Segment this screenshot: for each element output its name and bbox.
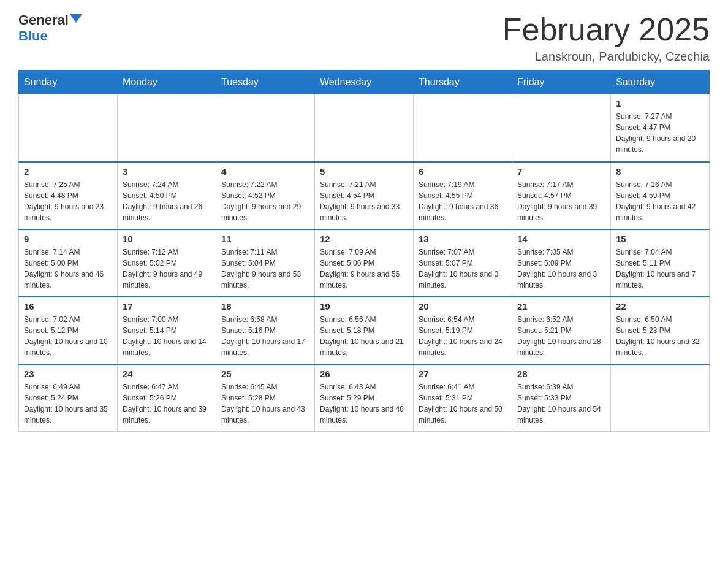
calendar-week-row: 9Sunrise: 7:14 AM Sunset: 5:00 PM Daylig… [19,229,710,297]
day-number: 18 [221,301,309,312]
weekday-header-saturday: Saturday [611,71,710,94]
day-info: Sunrise: 6:43 AM Sunset: 5:29 PM Dayligh… [320,381,408,426]
day-info: Sunrise: 7:25 AM Sunset: 4:48 PM Dayligh… [24,179,112,223]
calendar-cell: 27Sunrise: 6:41 AM Sunset: 5:31 PM Dayli… [414,364,512,432]
day-number: 6 [419,166,507,177]
calendar-cell: 14Sunrise: 7:05 AM Sunset: 5:09 PM Dayli… [512,229,611,297]
day-number: 19 [320,301,408,312]
day-number: 3 [123,166,211,177]
calendar-week-row: 23Sunrise: 6:49 AM Sunset: 5:24 PM Dayli… [19,364,710,432]
day-info: Sunrise: 7:27 AM Sunset: 4:47 PM Dayligh… [616,111,704,155]
day-info: Sunrise: 6:47 AM Sunset: 5:26 PM Dayligh… [123,381,211,426]
calendar-cell: 26Sunrise: 6:43 AM Sunset: 5:29 PM Dayli… [315,364,414,432]
calendar-cell: 2Sunrise: 7:25 AM Sunset: 4:48 PM Daylig… [19,162,118,229]
day-info: Sunrise: 7:09 AM Sunset: 5:06 PM Dayligh… [320,247,408,291]
day-info: Sunrise: 7:21 AM Sunset: 4:54 PM Dayligh… [320,179,408,223]
day-info: Sunrise: 7:00 AM Sunset: 5:14 PM Dayligh… [123,314,211,358]
calendar-week-row: 2Sunrise: 7:25 AM Sunset: 4:48 PM Daylig… [19,162,710,229]
day-number: 4 [221,166,309,177]
calendar-cell: 6Sunrise: 7:19 AM Sunset: 4:55 PM Daylig… [414,162,512,229]
day-info: Sunrise: 7:17 AM Sunset: 4:57 PM Dayligh… [517,179,605,223]
weekday-header-thursday: Thursday [414,71,512,94]
day-info: Sunrise: 7:22 AM Sunset: 4:52 PM Dayligh… [221,179,309,223]
calendar-cell: 21Sunrise: 6:52 AM Sunset: 5:21 PM Dayli… [512,297,611,364]
weekday-header-tuesday: Tuesday [216,71,315,94]
calendar-week-row: 1Sunrise: 7:27 AM Sunset: 4:47 PM Daylig… [19,94,710,162]
day-info: Sunrise: 7:14 AM Sunset: 5:00 PM Dayligh… [24,247,112,291]
calendar-cell: 25Sunrise: 6:45 AM Sunset: 5:28 PM Dayli… [216,364,315,432]
logo-text-general: General [18,12,69,28]
day-info: Sunrise: 6:50 AM Sunset: 5:23 PM Dayligh… [616,314,704,358]
day-number: 8 [616,166,704,177]
month-title: February 2025 [502,12,710,47]
day-number: 20 [419,301,507,312]
calendar-cell: 7Sunrise: 7:17 AM Sunset: 4:57 PM Daylig… [512,162,611,229]
calendar-cell: 1Sunrise: 7:27 AM Sunset: 4:47 PM Daylig… [611,94,710,162]
day-info: Sunrise: 6:54 AM Sunset: 5:19 PM Dayligh… [419,314,507,358]
day-number: 25 [221,369,309,379]
day-info: Sunrise: 6:39 AM Sunset: 5:33 PM Dayligh… [517,381,605,426]
day-number: 28 [517,369,605,379]
calendar-cell: 19Sunrise: 6:56 AM Sunset: 5:18 PM Dayli… [315,297,414,364]
day-number: 10 [123,234,211,244]
calendar-cell: 4Sunrise: 7:22 AM Sunset: 4:52 PM Daylig… [216,162,315,229]
calendar-cell: 24Sunrise: 6:47 AM Sunset: 5:26 PM Dayli… [118,364,216,432]
day-info: Sunrise: 7:05 AM Sunset: 5:09 PM Dayligh… [517,247,605,291]
day-info: Sunrise: 7:16 AM Sunset: 4:59 PM Dayligh… [616,179,704,223]
calendar-cell: 3Sunrise: 7:24 AM Sunset: 4:50 PM Daylig… [118,162,216,229]
day-number: 17 [123,301,211,312]
calendar-header-row: SundayMondayTuesdayWednesdayThursdayFrid… [19,71,710,94]
day-info: Sunrise: 6:52 AM Sunset: 5:21 PM Dayligh… [517,314,605,358]
calendar-cell: 22Sunrise: 6:50 AM Sunset: 5:23 PM Dayli… [611,297,710,364]
weekday-header-friday: Friday [512,71,611,94]
calendar-cell: 8Sunrise: 7:16 AM Sunset: 4:59 PM Daylig… [611,162,710,229]
day-number: 21 [517,301,605,312]
day-number: 14 [517,234,605,244]
calendar-cell [216,94,315,162]
day-number: 24 [123,369,211,379]
day-number: 22 [616,301,704,312]
day-number: 9 [24,234,112,244]
day-number: 12 [320,234,408,244]
day-number: 2 [24,166,112,177]
day-number: 26 [320,369,408,379]
day-info: Sunrise: 7:19 AM Sunset: 4:55 PM Dayligh… [419,179,507,223]
day-number: 15 [616,234,704,244]
logo-text-blue: Blue [18,28,48,44]
logo-triangle-icon [70,14,82,23]
calendar-cell [512,94,611,162]
day-number: 1 [616,98,704,109]
day-info: Sunrise: 7:12 AM Sunset: 5:02 PM Dayligh… [123,247,211,291]
calendar-cell: 12Sunrise: 7:09 AM Sunset: 5:06 PM Dayli… [315,229,414,297]
calendar-cell: 17Sunrise: 7:00 AM Sunset: 5:14 PM Dayli… [118,297,216,364]
title-area: February 2025 Lanskroun, Pardubicky, Cze… [502,12,710,64]
day-info: Sunrise: 6:49 AM Sunset: 5:24 PM Dayligh… [24,381,112,426]
day-number: 23 [24,369,112,379]
calendar-cell [315,94,414,162]
calendar-cell [414,94,512,162]
day-info: Sunrise: 6:58 AM Sunset: 5:16 PM Dayligh… [221,314,309,358]
calendar-cell: 23Sunrise: 6:49 AM Sunset: 5:24 PM Dayli… [19,364,118,432]
page-header: General Blue February 2025 Lanskroun, Pa… [18,12,710,64]
logo: General Blue [18,12,82,44]
calendar-cell: 5Sunrise: 7:21 AM Sunset: 4:54 PM Daylig… [315,162,414,229]
calendar-cell: 13Sunrise: 7:07 AM Sunset: 5:07 PM Dayli… [414,229,512,297]
weekday-header-sunday: Sunday [19,71,118,94]
calendar-cell: 10Sunrise: 7:12 AM Sunset: 5:02 PM Dayli… [118,229,216,297]
weekday-header-wednesday: Wednesday [315,71,414,94]
calendar-cell: 20Sunrise: 6:54 AM Sunset: 5:19 PM Dayli… [414,297,512,364]
day-info: Sunrise: 7:02 AM Sunset: 5:12 PM Dayligh… [24,314,112,358]
calendar-week-row: 16Sunrise: 7:02 AM Sunset: 5:12 PM Dayli… [19,297,710,364]
location-subtitle: Lanskroun, Pardubicky, Czechia [502,50,710,64]
day-info: Sunrise: 6:41 AM Sunset: 5:31 PM Dayligh… [419,381,507,426]
calendar-cell: 18Sunrise: 6:58 AM Sunset: 5:16 PM Dayli… [216,297,315,364]
weekday-header-monday: Monday [118,71,216,94]
day-number: 11 [221,234,309,244]
day-number: 7 [517,166,605,177]
calendar-cell [118,94,216,162]
day-info: Sunrise: 6:45 AM Sunset: 5:28 PM Dayligh… [221,381,309,426]
calendar-cell: 11Sunrise: 7:11 AM Sunset: 5:04 PM Dayli… [216,229,315,297]
calendar-cell: 9Sunrise: 7:14 AM Sunset: 5:00 PM Daylig… [19,229,118,297]
day-info: Sunrise: 6:56 AM Sunset: 5:18 PM Dayligh… [320,314,408,358]
calendar-cell [19,94,118,162]
